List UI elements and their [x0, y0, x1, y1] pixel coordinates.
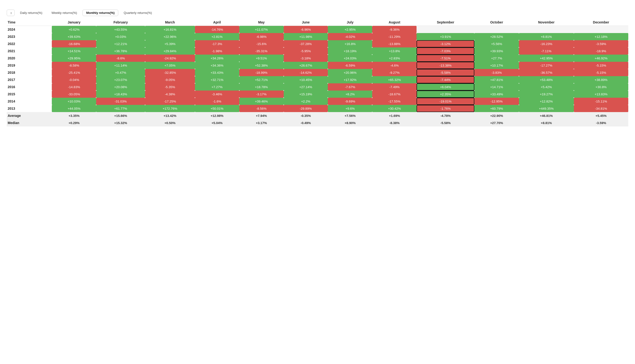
median-value: +0.29%	[52, 119, 96, 126]
value-cell: -1.6%	[195, 98, 239, 105]
median-label: Median	[7, 119, 52, 126]
col-time: Time	[7, 19, 52, 26]
tab-monthly[interactable]: Monthly returns(%)	[83, 10, 118, 16]
value-cell: -35.31%	[239, 48, 284, 54]
value-cell: +38.89%	[574, 76, 628, 83]
value-cell: -7.44%	[416, 76, 474, 83]
value-cell: -0.04%	[52, 76, 96, 83]
value-cell: -18.9%	[574, 48, 628, 54]
value-cell: +10.17%	[474, 62, 519, 69]
year-cell: 2013	[7, 105, 52, 112]
avg-value: +22.90%	[474, 112, 519, 119]
value-cell: +61.77%	[96, 105, 145, 112]
avg-value: +1.69%	[372, 112, 416, 119]
year-cell: 2019	[7, 62, 52, 69]
value-cell: +12.21%	[96, 40, 145, 48]
value-cell: +52.71%	[239, 76, 284, 83]
value-cell: +7.05%	[145, 62, 195, 69]
value-cell: +46.92%	[574, 54, 628, 62]
year-cell: 2024	[7, 26, 52, 33]
col-may: May	[239, 19, 284, 26]
value-cell: +14.51%	[52, 48, 96, 54]
col-july: July	[328, 19, 372, 26]
value-cell: -13.38%	[416, 62, 474, 69]
year-cell: 2020	[7, 54, 52, 62]
value-cell: +43.55%	[96, 26, 145, 33]
value-cell: +34.26%	[195, 54, 239, 62]
value-cell: +19.27%	[519, 90, 574, 98]
value-cell: -8.58%	[52, 62, 96, 69]
value-cell: -3.18%	[284, 54, 328, 62]
value-cell: -15.11%	[574, 98, 628, 105]
median-value: +27.70%	[474, 119, 519, 126]
value-cell: +8.2%	[328, 90, 372, 98]
value-cell: -7.67%	[328, 83, 372, 90]
value-cell: +50.01%	[195, 105, 239, 112]
value-cell: +65.32%	[372, 76, 416, 83]
value-cell: +39.93%	[474, 48, 519, 54]
table-row: 2016-14.83%+20.08%-5.35%+7.27%+18.78%+27…	[7, 83, 628, 90]
col-april: April	[195, 19, 239, 26]
table-row: 2017-0.04%+23.07%-9.05%+32.71%+52.71%+10…	[7, 76, 628, 83]
value-cell: -7.49%	[372, 83, 416, 90]
tab-quarterly[interactable]: Quarterly returns(%)	[120, 10, 156, 16]
year-cell: 2015	[7, 90, 52, 98]
avg-value: +13.42%	[145, 112, 195, 119]
value-cell: +172.76%	[145, 105, 195, 112]
col-march: March	[145, 19, 195, 26]
value-cell	[416, 26, 474, 33]
value-cell: -1.76%	[416, 105, 474, 112]
value-cell: -3.59%	[574, 40, 628, 48]
table-row: 2021+14.51%+36.78%+29.84%-1.98%-35.31%-5…	[7, 48, 628, 54]
value-cell: -7.03%	[416, 48, 474, 54]
median-row: Median+0.29%+15.32%+0.50%+5.04%+3.17%-0.…	[7, 119, 628, 126]
value-cell: -34.81%	[574, 105, 628, 112]
median-value: -5.58%	[416, 119, 474, 126]
value-cell: -14.76%	[195, 26, 239, 33]
year-cell: 2023	[7, 33, 52, 40]
value-cell: +23.07%	[96, 76, 145, 83]
value-cell: -18.99%	[239, 69, 284, 76]
avg-value: +12.98%	[195, 112, 239, 119]
value-cell: +44.05%	[52, 105, 96, 112]
value-cell: -25.41%	[52, 69, 96, 76]
value-cell: -9.05%	[145, 76, 195, 83]
table-row: 2013+44.05%+61.77%+172.76%+50.01%-8.56%-…	[7, 105, 628, 112]
median-value: +8.90%	[328, 119, 372, 126]
year-cell: 2022	[7, 40, 52, 48]
value-cell: +5.56%	[474, 40, 519, 48]
value-cell: -17.25%	[145, 98, 195, 105]
value-cell: -37.28%	[284, 40, 328, 48]
median-value: -3.59%	[574, 119, 628, 126]
asset-selector[interactable]: ↕	[7, 10, 15, 16]
value-cell: -32.85%	[145, 69, 195, 76]
value-cell: -5.58%	[416, 69, 474, 76]
value-cell: -6.96%	[284, 26, 328, 33]
value-cell: -3.46%	[195, 90, 239, 98]
value-cell: +20.08%	[96, 83, 145, 90]
value-cell: +2.83%	[372, 54, 416, 62]
value-cell: +5.42%	[519, 83, 574, 90]
value-cell: -6.59%	[328, 62, 372, 69]
tab-weekly[interactable]: Weekly returns(%)	[48, 10, 81, 16]
avg-value: +7.94%	[239, 112, 284, 119]
value-cell: -18.67%	[372, 90, 416, 98]
avg-value: -0.35%	[284, 112, 328, 119]
value-cell: -5.15%	[574, 62, 628, 69]
value-cell: -14.62%	[284, 69, 328, 76]
value-cell: -6.98%	[239, 33, 284, 40]
value-cell: -12.95%	[474, 98, 519, 105]
value-cell: +2.81%	[195, 33, 239, 40]
value-cell: +18.43%	[96, 90, 145, 98]
value-cell: -3.83%	[474, 69, 519, 76]
value-cell: +30.42%	[372, 105, 416, 112]
value-cell: -15.6%	[239, 40, 284, 48]
avg-value: -4.78%	[416, 112, 474, 119]
value-cell: -4.6%	[372, 62, 416, 69]
value-cell: +22.96%	[145, 33, 195, 40]
year-cell: 2021	[7, 48, 52, 54]
tab-daily[interactable]: Daily returns(%)	[17, 10, 46, 16]
col-february: February	[96, 19, 145, 26]
value-cell: +12.82%	[519, 98, 574, 105]
value-cell: +15.19%	[284, 90, 328, 98]
